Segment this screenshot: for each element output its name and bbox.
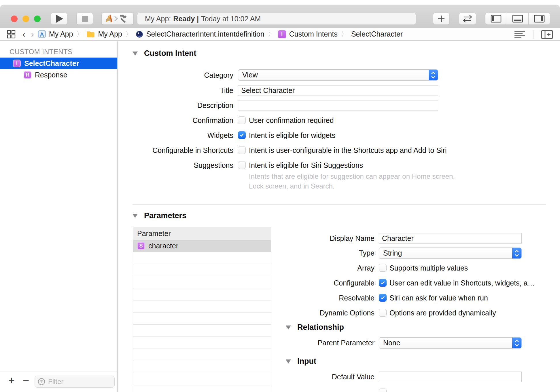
zoom-window-button[interactable] <box>34 16 41 22</box>
description-input[interactable] <box>238 100 438 111</box>
breadcrumb-label: Custom Intents <box>289 30 338 38</box>
category-label: Category <box>127 70 233 80</box>
add-intent-button[interactable]: + <box>5 374 18 387</box>
section-title: Custom Intent <box>144 49 196 58</box>
back-icon[interactable]: ‹ <box>22 30 25 39</box>
breadcrumb-label: SelectCharacterIntent.intentdefinition <box>146 30 264 38</box>
breadcrumb-custom-intents[interactable]: I Custom Intents <box>278 30 338 38</box>
breadcrumb-separator: 〉 <box>268 30 275 39</box>
custom-intent-section-header: Custom Intent <box>133 49 196 58</box>
table-row[interactable] <box>133 252 271 264</box>
string-type-icon: S <box>137 242 145 250</box>
folder-icon <box>86 31 95 38</box>
editor-mode-button[interactable] <box>459 13 476 25</box>
confirmation-label: Confirmation <box>127 115 233 125</box>
window-toolbar: My App: Ready | Today at 10:02 AM <box>0 5 560 28</box>
jumpbar-right-controls <box>514 28 553 41</box>
type-popup[interactable]: String <box>379 248 522 259</box>
sidebar-item-response[interactable]: R Response <box>0 69 117 81</box>
panel-toggle-group <box>485 13 550 25</box>
table-row[interactable] <box>133 264 271 276</box>
play-icon <box>56 15 63 23</box>
table-row[interactable] <box>133 300 271 313</box>
scheme-build-button[interactable] <box>101 13 134 25</box>
jumpbar-divider <box>533 30 533 39</box>
table-row[interactable] <box>133 385 271 392</box>
title-label: Title <box>127 85 233 96</box>
breadcrumb-project[interactable]: My App <box>38 30 73 38</box>
parameters-section-header: Parameters <box>133 211 186 220</box>
minimap-lines-icon[interactable] <box>514 31 525 39</box>
parameter-name: character <box>148 242 178 250</box>
category-popup[interactable]: View <box>238 69 438 81</box>
array-checkbox[interactable] <box>379 264 387 272</box>
disclosure-triangle-icon[interactable] <box>133 52 138 56</box>
disclosure-triangle-icon[interactable] <box>286 326 291 330</box>
breadcrumb-label: My App <box>98 30 122 38</box>
disclosure-triangle-icon[interactable] <box>286 359 291 364</box>
breadcrumb-label: My App <box>49 30 73 38</box>
section-title: Relationship <box>297 323 344 332</box>
widgets-text: Intent is eligible for widgets <box>249 130 335 140</box>
table-row[interactable] <box>133 349 271 361</box>
close-window-button[interactable] <box>11 16 18 22</box>
intentdefinition-file-icon <box>136 30 143 38</box>
parent-parameter-popup[interactable]: None <box>379 337 522 349</box>
parameter-extra-checkbox[interactable] <box>379 389 387 392</box>
plus-icon <box>437 15 445 23</box>
activity-status-view: My App: Ready | Today at 10:02 AM <box>137 13 416 25</box>
table-row[interactable] <box>133 276 271 288</box>
toggle-debug-area-button[interactable] <box>507 13 528 24</box>
array-label: Array <box>305 263 374 273</box>
category-value: View <box>242 71 258 79</box>
title-input[interactable] <box>238 85 438 96</box>
project-icon <box>38 30 46 38</box>
default-value-label: Default Value <box>305 372 374 382</box>
section-title: Input <box>297 357 316 366</box>
sidebar-item-selectcharacter[interactable]: I SelectCharacter <box>0 58 117 69</box>
toggle-navigator-button[interactable] <box>485 13 507 24</box>
breadcrumb-file[interactable]: SelectCharacterIntent.intentdefinition <box>136 30 264 38</box>
dynamic-options-text: Options are provided dynamically <box>389 308 496 318</box>
run-button[interactable] <box>51 13 67 25</box>
suggestions-checkbox[interactable] <box>238 161 246 169</box>
table-row[interactable] <box>133 313 271 325</box>
table-row[interactable] <box>133 361 271 373</box>
disclosure-triangle-icon[interactable] <box>133 214 138 218</box>
configurable-checkbox[interactable] <box>379 279 387 287</box>
parameters-table: Parameter S character <box>133 227 271 392</box>
table-row[interactable] <box>133 337 271 349</box>
sidebar-item-label: Response <box>35 71 67 79</box>
checkmark-icon <box>239 133 244 138</box>
jump-bar: ‹ › My App 〉 My App 〉 SelectCh <box>0 28 560 41</box>
breadcrumb-group[interactable]: My App <box>86 30 122 38</box>
display-name-input[interactable] <box>379 233 522 244</box>
shortcuts-checkbox[interactable] <box>238 146 246 154</box>
dynamic-options-checkbox[interactable] <box>379 309 387 317</box>
table-row[interactable] <box>133 325 271 337</box>
filter-input[interactable] <box>48 377 103 386</box>
widgets-checkbox[interactable] <box>238 131 246 139</box>
status-project: My App: <box>145 15 171 23</box>
stop-button[interactable] <box>76 13 93 25</box>
filter-field[interactable] <box>35 376 115 388</box>
confirmation-checkbox[interactable] <box>238 116 246 124</box>
breadcrumb-select-character[interactable]: SelectCharacter <box>351 30 403 38</box>
parameter-row-character[interactable]: S character <box>133 240 271 252</box>
table-row[interactable] <box>133 373 271 385</box>
right-panel-icon <box>534 15 545 23</box>
status-detail: Today at 10:02 AM <box>201 15 261 23</box>
resolvable-checkbox[interactable] <box>379 294 387 302</box>
forward-icon[interactable]: › <box>31 30 34 39</box>
toggle-inspector-button[interactable] <box>528 13 550 24</box>
related-items-icon[interactable] <box>7 30 16 39</box>
status-state: Ready | <box>173 15 199 23</box>
minimize-window-button[interactable] <box>22 16 29 22</box>
add-editor-icon[interactable] <box>541 30 553 39</box>
type-label: Type <box>305 248 374 258</box>
table-row[interactable] <box>133 288 271 300</box>
library-add-button[interactable] <box>433 13 450 25</box>
parameters-column-header[interactable]: Parameter <box>133 227 271 240</box>
remove-intent-button[interactable]: − <box>20 374 32 387</box>
default-value-input[interactable] <box>379 372 522 382</box>
